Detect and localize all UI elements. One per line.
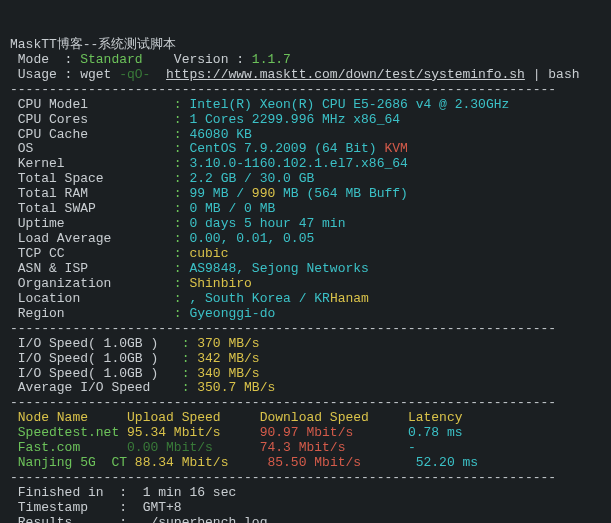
info-value: 99 MB / (189, 186, 251, 201)
info-sep: : (166, 112, 189, 127)
io-label: Average I/O Speed (10, 380, 166, 395)
timestamp-value: GMT+8 (143, 500, 182, 515)
usage-suffix: | bash (525, 67, 580, 82)
info-sep: : (166, 201, 189, 216)
info-sep: : (166, 261, 189, 276)
info-value: Shinbiro (189, 276, 251, 291)
info-label: Total Space (10, 171, 166, 186)
info-value: 1 Cores 2299.996 MHz x86_64 (189, 112, 400, 127)
mode-label: Mode : (10, 52, 80, 67)
info-value: 990 (252, 186, 275, 201)
node-name: Nanjing 5G CT (10, 455, 127, 470)
io-sep: : (166, 336, 197, 351)
info-label: TCP CC (10, 246, 166, 261)
download-speed: 74.3 Mbit/s (260, 440, 408, 455)
info-label: Region (10, 306, 166, 321)
info-sep: : (166, 186, 189, 201)
info-sep: : (166, 127, 189, 142)
io-label: I/O Speed( 1.0GB ) (10, 366, 166, 381)
info-label: CPU Model (10, 97, 166, 112)
info-value: Hanam (330, 291, 369, 306)
io-sep: : (166, 380, 197, 395)
mode-value: Standard (80, 52, 142, 67)
info-sep: : (166, 141, 189, 156)
info-value: , South Korea / KR (189, 291, 329, 306)
info-value: Gyeonggi-do (189, 306, 275, 321)
info-value: CentOS 7.9.2009 (64 Bit) (189, 141, 384, 156)
upload-speed: 95.34 Mbit/s (127, 425, 260, 440)
version-value: 1.1.7 (252, 52, 291, 67)
info-value: KVM (384, 141, 407, 156)
node-name: Speedtest.net (10, 425, 127, 440)
download-speed: 90.97 Mbit/s (260, 425, 408, 440)
upload-speed: 0.00 Mbit/s (127, 440, 260, 455)
info-value: cubic (189, 246, 228, 261)
info-value: 0 MB / 0 MB (189, 201, 275, 216)
info-sep: : (166, 97, 189, 112)
info-sep: : (166, 276, 189, 291)
usage-label: Usage : wget (10, 67, 119, 82)
terminal-output: MaskTT博客--系统测试脚本 Mode : Standard Version… (10, 38, 601, 523)
info-sep: : (166, 231, 189, 246)
divider: ----------------------------------------… (10, 321, 556, 336)
info-value: 0.00, 0.01, 0.05 (189, 231, 314, 246)
info-value: Intel(R) Xeon(R) CPU E5-2686 v4 @ 2.30GH… (189, 97, 509, 112)
io-label: I/O Speed( 1.0GB ) (10, 351, 166, 366)
info-label: CPU Cache (10, 127, 166, 142)
io-value: 340 MB/s (197, 366, 259, 381)
col-latency: Latency (408, 410, 486, 425)
info-value: AS9848, Sejong Networks (189, 261, 368, 276)
timestamp-label: Timestamp : (10, 500, 143, 515)
io-value: 370 MB/s (197, 336, 259, 351)
info-value: 46080 KB (189, 127, 251, 142)
info-sep: : (166, 246, 189, 261)
info-label: Uptime (10, 216, 166, 231)
info-label: OS (10, 141, 166, 156)
divider: ----------------------------------------… (10, 470, 556, 485)
upload-speed: 88.34 Mbit/s (135, 455, 268, 470)
io-sep: : (166, 366, 197, 381)
info-label: ASN & ISP (10, 261, 166, 276)
latency: - (408, 440, 486, 455)
info-sep: : (166, 171, 189, 186)
io-value: 342 MB/s (197, 351, 259, 366)
info-sep: : (166, 291, 189, 306)
results-value: ./superbench.log (143, 515, 268, 523)
version-label: Version : (143, 52, 252, 67)
latency: 52.20 ms (416, 455, 494, 470)
col-download: Download Speed (260, 410, 408, 425)
info-label: CPU Cores (10, 112, 166, 127)
finished-value: 1 min 16 sec (143, 485, 237, 500)
info-sep: : (166, 216, 189, 231)
info-label: Total SWAP (10, 201, 166, 216)
page-title: MaskTT博客--系统测试脚本 (10, 37, 176, 52)
wget-flag: -qO- (119, 67, 150, 82)
info-value: 3.10.0-1160.102.1.el7.x86_64 (189, 156, 407, 171)
col-upload: Upload Speed (127, 410, 260, 425)
finished-label: Finished in : (10, 485, 143, 500)
info-label: Kernel (10, 156, 166, 171)
info-sep: : (166, 306, 189, 321)
io-sep: : (166, 351, 197, 366)
download-speed: 85.50 Mbit/s (267, 455, 415, 470)
info-label: Load Average (10, 231, 166, 246)
io-label: I/O Speed( 1.0GB ) (10, 336, 166, 351)
script-url-link[interactable]: https://www.masktt.com/down/test/systemi… (166, 67, 525, 82)
info-label: Location (10, 291, 166, 306)
info-value: 0 days 5 hour 47 min (189, 216, 345, 231)
divider: ----------------------------------------… (10, 395, 556, 410)
node-name: Fast.com (10, 440, 127, 455)
col-node: Node Name (10, 410, 127, 425)
info-value: 2.2 GB / 30.0 GB (189, 171, 314, 186)
results-label: Results : (10, 515, 143, 523)
divider: ----------------------------------------… (10, 82, 556, 97)
info-label: Total RAM (10, 186, 166, 201)
io-value: 350.7 MB/s (197, 380, 275, 395)
latency: 0.78 ms (408, 425, 486, 440)
info-label: Organization (10, 276, 166, 291)
info-sep: : (166, 156, 189, 171)
info-value: MB (564 MB Buff) (275, 186, 408, 201)
